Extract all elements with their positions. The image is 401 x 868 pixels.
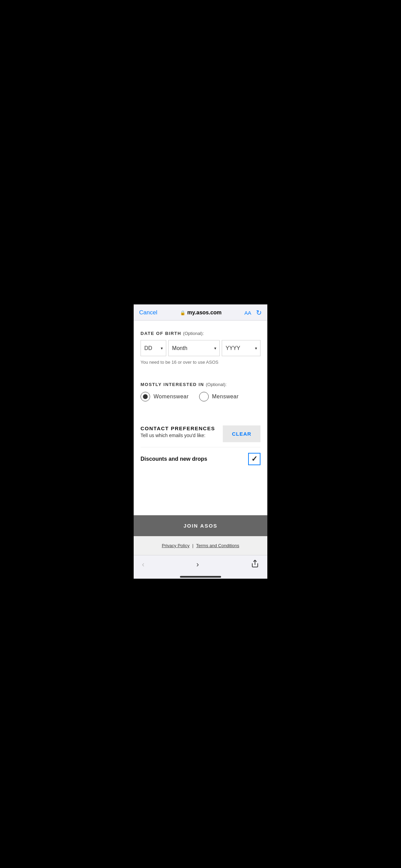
page-content: DATE OF BIRTH (Optional): DD 010203 0405… [134, 321, 267, 515]
url-text: my.asos.com [187, 310, 221, 316]
dd-select[interactable]: DD 010203 040506 070809 101112 131415 16… [141, 340, 166, 356]
privacy-policy-link[interactable]: Privacy Policy [162, 543, 190, 548]
clear-button[interactable]: CLEAR [223, 425, 260, 442]
radio-group: Womenswear Menswear [141, 392, 260, 401]
terms-conditions-link[interactable]: Terms and Conditions [196, 543, 239, 548]
dd-select-wrapper: DD 010203 040506 070809 101112 131415 16… [141, 340, 166, 356]
yyyy-select[interactable]: YYYY 20242023 20102000 19901980 19701960… [222, 340, 260, 356]
home-bar [180, 576, 221, 578]
interested-section-label: MOSTLY INTERESTED IN (Optional): [141, 382, 260, 387]
dob-optional-label: (Optional): [183, 331, 204, 336]
check-icon: ✓ [251, 455, 257, 463]
womenswear-radio[interactable] [141, 392, 150, 401]
dob-section: DATE OF BIRTH (Optional): DD 010203 0405… [141, 331, 260, 365]
menswear-radio[interactable] [199, 392, 209, 401]
contact-section: CONTACT PREFERENCES Tell us which emails… [141, 425, 260, 471]
share-button[interactable] [251, 559, 259, 570]
browser-nav: ‹ › [134, 555, 267, 577]
cancel-button[interactable]: Cancel [139, 309, 157, 316]
url-bar: 🔒 my.asos.com [180, 310, 221, 316]
contact-title: CONTACT PREFERENCES [141, 425, 223, 431]
dob-hint: You need to be 16 or over to use ASOS [141, 360, 260, 365]
footer-separator: | [192, 543, 193, 548]
dob-section-label: DATE OF BIRTH (Optional): [141, 331, 260, 336]
dob-row: DD 010203 040506 070809 101112 131415 16… [141, 340, 260, 356]
refresh-icon[interactable]: ↻ [256, 309, 262, 317]
browser-actions: AA ↻ [244, 309, 262, 317]
browser-toolbar: Cancel 🔒 my.asos.com AA ↻ [134, 304, 267, 321]
back-button[interactable]: ‹ [142, 560, 144, 569]
contact-subtitle: Tell us which emails you'd like: [141, 433, 223, 438]
month-select[interactable]: Month JanuaryFebruary MarchApril MayJune… [168, 340, 220, 356]
menswear-label: Menswear [212, 394, 239, 400]
interested-optional-label: (Optional): [206, 382, 227, 387]
menswear-option[interactable]: Menswear [199, 392, 239, 401]
yyyy-select-wrapper: YYYY 20242023 20102000 19901980 19701960… [222, 340, 260, 356]
status-bar [134, 289, 267, 304]
discounts-checkbox[interactable]: ✓ [248, 453, 260, 465]
contact-title-block: CONTACT PREFERENCES Tell us which emails… [141, 425, 223, 438]
discount-label: Discounts and new drops [141, 456, 207, 462]
womenswear-option[interactable]: Womenswear [141, 392, 189, 401]
interested-section: MOSTLY INTERESTED IN (Optional): Womensw… [141, 382, 260, 401]
page-footer: Privacy Policy | Terms and Conditions [134, 536, 267, 555]
forward-button[interactable]: › [196, 560, 199, 569]
lock-icon: 🔒 [180, 310, 185, 315]
discount-row: Discounts and new drops ✓ [141, 447, 260, 471]
join-asos-button[interactable]: JOIN ASOS [134, 515, 267, 536]
womenswear-label: Womenswear [154, 394, 189, 400]
contact-header: CONTACT PREFERENCES Tell us which emails… [141, 425, 260, 442]
aa-button[interactable]: AA [244, 310, 251, 316]
join-asos-label: JOIN ASOS [183, 523, 217, 529]
month-select-wrapper: Month JanuaryFebruary MarchApril MayJune… [168, 340, 220, 356]
join-btn-wrapper: JOIN ASOS [134, 515, 267, 536]
home-indicator [134, 577, 267, 579]
